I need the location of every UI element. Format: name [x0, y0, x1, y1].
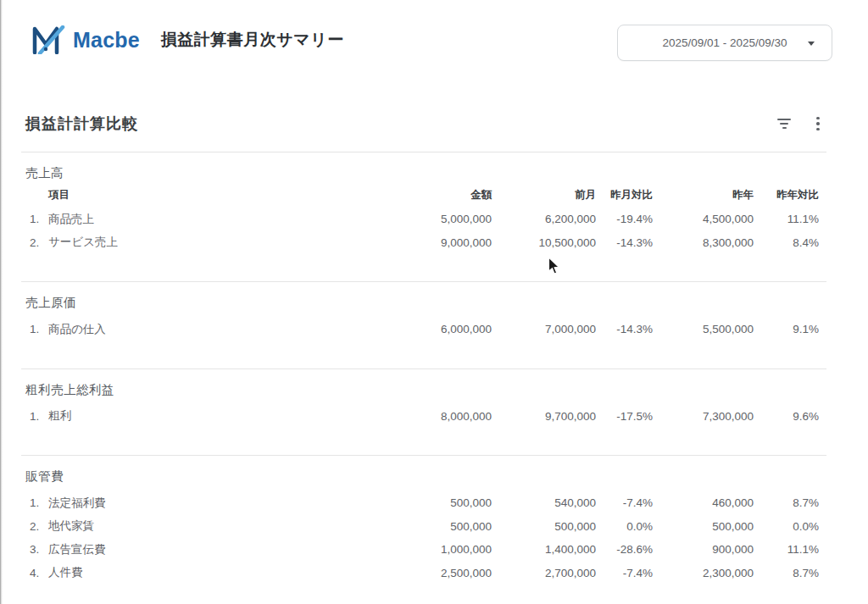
row-index: 2.: [21, 236, 48, 249]
row-mom: -28.6%: [596, 543, 653, 556]
section-sales: 売上高 項目 金額 前月 昨月対比 昨年 昨年対比 1. 商品売上 5,000,…: [21, 152, 826, 282]
row-prev-month: 540,000: [492, 496, 596, 509]
row-index: 3.: [21, 543, 48, 556]
row-yoy: 11.1%: [754, 213, 826, 225]
row-amount: 500,000: [373, 520, 492, 533]
section-title: 売上高: [21, 164, 826, 181]
row-prev-month: 500,000: [492, 520, 596, 533]
row-mom: -17.5%: [596, 410, 653, 423]
col-header-mom: 昨月対比: [596, 188, 653, 202]
row-item: 広告宣伝費: [48, 542, 373, 557]
row-prev-month: 2,700,000: [492, 567, 596, 579]
row-last-year: 460,000: [653, 496, 754, 509]
row-item: 粗利: [48, 408, 373, 424]
row-index: 2.: [21, 520, 48, 533]
row-index: 1.: [21, 410, 48, 423]
row-item: サービス売上: [48, 235, 373, 250]
date-range-value: 2025/09/01 - 2025/09/30: [662, 36, 787, 49]
kebab-menu-icon: [816, 117, 820, 131]
row-item: 人件費: [48, 565, 373, 580]
screenshot-left-edge: [0, 0, 3, 604]
col-header-amount: 金額: [373, 188, 492, 202]
row-last-year: 7,300,000: [653, 410, 754, 423]
row-amount: 500,000: [373, 496, 492, 509]
section-title: 売上原価: [21, 294, 826, 311]
table-row: 2. 地代家賃 500,000 500,000 0.0% 500,000 0.0…: [21, 515, 826, 539]
row-index: 1.: [21, 323, 48, 335]
app-header: Macbe 損益計算書月次サマリー 2025/09/01 - 2025/09/3…: [0, 0, 868, 54]
col-header-yoy: 昨年対比: [754, 188, 826, 202]
table-row: 1. 商品の仕入 6,000,000 7,000,000 -14.3% 5,50…: [21, 318, 826, 341]
table-row: 1. 粗利 8,000,000 9,700,000 -17.5% 7,300,0…: [21, 405, 826, 429]
row-prev-month: 6,200,000: [492, 213, 596, 225]
row-last-year: 2,300,000: [653, 567, 754, 579]
chevron-down-icon: [808, 42, 815, 46]
date-range-selector[interactable]: 2025/09/01 - 2025/09/30: [617, 25, 832, 61]
report-toolbar: [776, 115, 826, 134]
col-header-last-year: 昨年: [653, 188, 754, 202]
row-mom: -7.4%: [596, 567, 653, 579]
table-row: 4. 人件費 2,500,000 2,700,000 -7.4% 2,300,0…: [21, 562, 826, 585]
table-row: 3. 広告宣伝費 1,000,000 1,400,000 -28.6% 900,…: [21, 538, 826, 562]
col-header-item: 項目: [48, 188, 373, 202]
row-amount: 6,000,000: [373, 323, 492, 335]
row-last-year: 900,000: [653, 543, 754, 556]
row-item: 商品売上: [48, 212, 373, 227]
row-prev-month: 10,500,000: [492, 236, 596, 249]
row-mom: 0.0%: [596, 520, 653, 533]
table-row: 2. サービス売上 9,000,000 10,500,000 -14.3% 8,…: [21, 231, 826, 255]
row-item: 法定福利費: [48, 496, 373, 511]
row-mom: -19.4%: [596, 213, 653, 225]
filter-icon: [777, 119, 791, 129]
row-index: 1.: [21, 496, 48, 509]
row-last-year: 500,000: [653, 520, 754, 533]
macbe-m-logo-icon: [32, 25, 66, 54]
row-amount: 2,500,000: [373, 567, 492, 579]
row-yoy: 8.7%: [754, 567, 826, 579]
row-last-year: 4,500,000: [653, 213, 754, 225]
row-amount: 8,000,000: [373, 410, 492, 423]
row-last-year: 5,500,000: [653, 323, 754, 335]
row-prev-month: 1,400,000: [492, 543, 596, 556]
row-last-year: 8,300,000: [653, 236, 754, 249]
section-sga-expenses: 販管費 1. 法定福利費 500,000 540,000 -7.4% 460,0…: [21, 456, 826, 604]
row-mom: -14.3%: [596, 236, 653, 249]
row-mom: -14.3%: [596, 323, 653, 335]
row-mom: -7.4%: [596, 496, 653, 509]
row-yoy: 11.1%: [754, 543, 826, 556]
row-yoy: 9.6%: [754, 410, 826, 423]
section-cost-of-sales: 売上原価 1. 商品の仕入 6,000,000 7,000,000 -14.3%…: [21, 282, 826, 369]
table-header-row: 項目 金額 前月 昨月対比 昨年 昨年対比: [21, 184, 826, 206]
filter-button[interactable]: [776, 115, 793, 132]
row-item: 商品の仕入: [48, 322, 373, 337]
logo-text: Macbe: [73, 28, 140, 53]
page-title: 損益計算書月次サマリー: [161, 29, 344, 51]
report-table: 損益計計算比較 売上高 項目 金額 前月 昨月対比 昨年 昨年対比 1. 商品売…: [21, 114, 826, 604]
table-row: 1. 法定福利費 500,000 540,000 -7.4% 460,000 8…: [21, 491, 826, 515]
col-header-prev-month: 前月: [492, 188, 596, 202]
row-amount: 9,000,000: [373, 236, 492, 249]
row-yoy: 8.7%: [754, 496, 826, 509]
section-title: 販管費: [21, 468, 826, 485]
row-amount: 1,000,000: [373, 543, 492, 556]
row-index: 1.: [21, 213, 48, 225]
row-yoy: 8.4%: [754, 236, 826, 249]
row-index: 4.: [21, 567, 48, 579]
logo: Macbe: [32, 25, 140, 54]
row-prev-month: 9,700,000: [492, 410, 596, 423]
section-gross-profit: 粗利売上総利益 1. 粗利 8,000,000 9,700,000 -17.5%…: [21, 369, 826, 457]
table-row: 1. 商品売上 5,000,000 6,200,000 -19.4% 4,500…: [21, 208, 826, 231]
row-item: 地代家賃: [48, 518, 373, 534]
section-title: 粗利売上総利益: [21, 381, 826, 398]
row-prev-month: 7,000,000: [492, 323, 596, 335]
row-yoy: 0.0%: [754, 520, 826, 533]
report-header: 損益計計算比較: [21, 114, 826, 152]
more-options-button[interactable]: [810, 115, 826, 132]
row-amount: 5,000,000: [373, 213, 492, 225]
row-yoy: 9.1%: [754, 323, 826, 335]
report-title: 損益計計算比較: [25, 114, 138, 134]
